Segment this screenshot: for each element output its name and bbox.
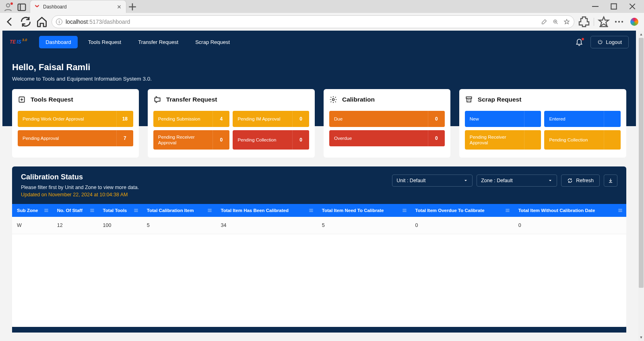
stat-pending-im-approval[interactable]: Pending IM Approval0 [233,111,309,127]
transfer-icon [153,96,161,104]
browser-toolbar: i localhost:5173/dashboard [0,13,644,31]
svg-point-6 [621,21,623,23]
calibration-table: Sub Zone No. Of Staff Total Tools Total … [12,204,626,234]
col-need-calib[interactable]: Total Item Need To Calibrate [317,204,411,217]
refresh-button[interactable] [19,15,32,28]
edit-url-icon[interactable] [541,19,547,25]
col-staff[interactable]: No. Of Staff [52,204,98,217]
panel-subtitle: Please filter first by Unit and Zone to … [21,185,139,190]
stat-scrap-pending-collection[interactable]: Pending Collection [544,130,621,150]
stat-new[interactable]: New [465,111,541,127]
favicon-icon [34,4,40,10]
table-row[interactable]: W 12 100 5 34 5 0 0 [12,217,626,234]
card-title: Calibration [342,96,375,103]
address-bar[interactable]: i localhost:5173/dashboard [52,15,574,28]
minimize-button[interactable] [586,0,605,13]
nav-tools-request[interactable]: Tools Request [82,36,128,48]
col-calibrated[interactable]: Total Item Has Been Calibrated [216,204,317,217]
card-tools-request: Tools Request Pending Work Order Approva… [12,89,139,158]
card-transfer-request: Transfer Request Pending Submission4 Pen… [148,89,315,158]
unit-select[interactable]: Unit : Default [392,175,473,187]
tab-actions-icon[interactable] [16,2,27,13]
stat-pending-approval[interactable]: Pending Approval7 [18,130,133,146]
stat-overdue[interactable]: Overdue0 [329,130,445,146]
download-button[interactable] [604,175,617,187]
favorite-icon[interactable] [564,19,570,25]
browser-chrome: Dashboard i localhost:5173/dashboard [0,0,644,31]
card-scrap-request: Scrap Request New Entered Pending Receiv… [459,89,626,158]
table-header: Sub Zone No. Of Staff Total Tools Total … [12,204,626,217]
svg-point-8 [332,99,334,101]
sort-icon [89,208,95,213]
nav-scrap-request[interactable]: Scrap Request [189,36,236,48]
archive-icon [465,96,473,104]
browser-tab[interactable]: Dashboard [30,0,126,13]
tab-strip: Dashboard [0,0,644,13]
menu-icon[interactable] [613,15,625,28]
back-button[interactable] [3,15,16,28]
col-total-tools[interactable]: Total Tools [98,204,142,217]
logo[interactable]: TEIS3.0 [10,39,27,45]
sort-icon [308,208,314,213]
scrollbar[interactable]: ▲ ▼ [638,31,644,341]
site-info-icon[interactable]: i [56,19,62,25]
window-controls [586,0,642,13]
sort-icon [617,208,623,213]
home-button[interactable] [35,15,48,28]
chevron-down-icon [548,178,553,183]
sort-icon [43,208,49,213]
nav-transfer-request[interactable]: Transfer Request [132,36,185,48]
footer-bar [12,327,626,333]
gear-icon [329,96,337,104]
scroll-down-icon[interactable]: ▼ [638,335,644,340]
svg-rect-2 [611,4,616,9]
notifications-icon[interactable] [575,38,583,46]
favorites-icon[interactable] [597,15,610,28]
logout-button[interactable]: Logout [590,36,629,48]
tab-close-icon[interactable] [116,4,122,10]
card-title: Scrap Request [478,96,522,103]
zoom-icon[interactable] [552,19,559,25]
copilot-icon[interactable] [628,15,641,28]
refresh-panel-button[interactable]: Refresh [561,175,600,187]
url-text: localhost:5173/dashboard [66,19,130,25]
subtitle: Welcome to Tools and Equipment Informati… [12,76,626,82]
app-header: TEIS3.0 Dashboard Tools Request Transfer… [2,31,636,53]
panel-header: Calibration Status Please filter first b… [12,166,626,204]
nav-dashboard[interactable]: Dashboard [39,36,78,48]
stat-pending-collection[interactable]: Pending Collection0 [233,130,309,150]
new-tab-button[interactable] [126,1,138,13]
sort-icon [402,208,407,213]
main-nav: Dashboard Tools Request Transfer Request… [39,36,236,48]
stat-pending-receiver[interactable]: Pending Receiver Approval0 [153,130,230,150]
col-sub-zone[interactable]: Sub Zone [12,204,52,217]
sort-icon [133,208,139,213]
stat-scrap-pending-receiver[interactable]: Pending Receiver Approval [465,130,541,150]
zone-select[interactable]: Zone : Default [477,175,557,187]
maximize-button[interactable] [605,0,623,13]
cards-row: Tools Request Pending Work Order Approva… [2,89,636,158]
card-title: Tools Request [31,96,73,103]
col-total-calib[interactable]: Total Calibration Item [142,204,216,217]
scrollbar-thumb[interactable] [639,38,644,288]
close-window-button[interactable] [623,0,642,13]
viewport: ▲ ▼ TEIS3.0 Dashboard Tools Request Tran… [0,31,644,341]
stat-pending-work-order[interactable]: Pending Work Order Approval18 [18,111,133,127]
sort-icon [207,208,213,213]
sort-icon [505,208,510,213]
stat-pending-submission[interactable]: Pending Submission4 [153,111,230,127]
plus-box-icon [18,96,26,104]
profile-icon[interactable] [2,2,14,13]
power-icon [597,39,603,45]
scroll-up-icon[interactable]: ▲ [638,31,644,37]
stat-due[interactable]: Due0 [329,111,445,127]
panel-updated: Updated on November 22, 2024 at 10:04:38… [21,192,139,198]
svg-point-0 [6,4,10,7]
col-no-date[interactable]: Total Item Without Calibration Date [514,204,626,217]
stat-entered[interactable]: Entered [544,111,621,127]
greeting: Hello, Faisal Ramli [12,62,626,73]
refresh-icon [567,178,573,183]
col-overdue[interactable]: Total Item Overdue To Calibrate [411,204,514,217]
extensions-icon[interactable] [578,15,590,28]
chevron-down-icon [463,178,468,183]
